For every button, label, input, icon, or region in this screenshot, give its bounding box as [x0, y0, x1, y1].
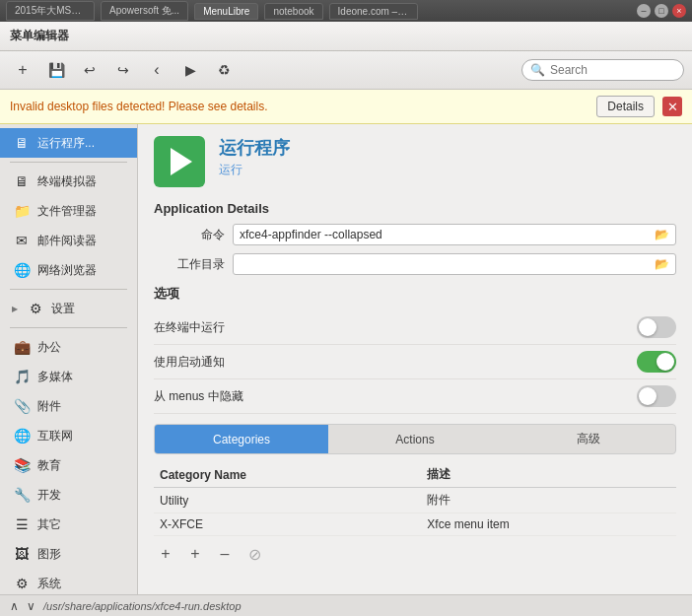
hide-from-menus-toggle[interactable] — [637, 385, 676, 407]
run-icon: 🖥 — [12, 133, 32, 153]
add-button[interactable]: + — [8, 55, 37, 85]
options-section: 选项 在终端中运行 使用启动通知 从 menus 中隐藏 — [154, 285, 676, 414]
category-name-cell: X-XFCE — [154, 513, 421, 536]
hide-from-menus-label: 从 menus 中隐藏 — [154, 388, 629, 405]
table-actions: + + – ⊘ — [154, 542, 676, 566]
education-icon: 📚 — [12, 455, 32, 475]
undo-button[interactable]: ↩ — [75, 55, 104, 85]
maximize-button[interactable]: □ — [655, 4, 668, 18]
sidebar-item-settings[interactable]: ⚙ 设置 — [0, 294, 137, 323]
table-row[interactable]: Utility 附件 — [154, 488, 676, 513]
remove-category-button[interactable]: – — [213, 542, 237, 566]
titlebar-tab-active[interactable]: MenuLibre — [194, 3, 258, 20]
app-item-subtitle: 运行 — [219, 162, 290, 178]
category-name-cell: Utility — [154, 488, 421, 513]
search-box: 🔍 — [521, 59, 684, 81]
sidebar-item-multimedia[interactable]: 🎵 多媒体 — [0, 362, 137, 391]
sidebar-item-office[interactable]: 💼 办公 — [0, 332, 137, 362]
app-title: 菜单编辑器 — [10, 28, 69, 44]
sidebar-item-label: 文件管理器 — [37, 203, 97, 220]
sidebar-item-system[interactable]: ⚙ 系统 — [0, 569, 137, 594]
table-row[interactable]: X-XFCE Xfce menu item — [154, 513, 676, 536]
sidebar-item-internet[interactable]: 🌐 互联网 — [0, 421, 137, 450]
workdir-row: 工作目录 📂 — [154, 253, 676, 275]
tab-actions[interactable]: Actions — [328, 425, 502, 453]
app-item-name: 运行程序 — [219, 136, 290, 160]
details-button[interactable]: Details — [596, 96, 655, 117]
search-input[interactable] — [550, 63, 678, 77]
close-button[interactable]: × — [672, 4, 686, 18]
workdir-label: 工作目录 — [154, 256, 225, 273]
col-category-name: Category Name — [154, 462, 421, 488]
development-icon: 🔧 — [12, 485, 32, 505]
sidebar-item-run[interactable]: 🖥 运行程序... — [0, 128, 137, 158]
sidebar-item-education[interactable]: 📚 教育 — [0, 450, 137, 480]
tabs-bar: Categories Actions 高级 — [154, 424, 676, 454]
col-description: 描述 — [421, 462, 676, 488]
titlebar-tab-2[interactable]: Apowersoft 免... — [101, 1, 188, 21]
sidebar-item-label: 终端模拟器 — [37, 173, 97, 190]
warning-text: Invalid desktop files detected! Please s… — [10, 100, 588, 113]
workdir-input-wrap: 📂 — [233, 253, 676, 275]
sidebar-item-label: 互联网 — [37, 428, 73, 445]
minimize-button[interactable]: – — [637, 4, 651, 18]
search-icon: 🔍 — [530, 63, 545, 77]
startup-notify-toggle[interactable] — [637, 351, 676, 373]
nav-up-button[interactable]: ∧ — [10, 599, 19, 613]
app-item-header: 运行程序 运行 — [154, 136, 676, 187]
command-input-wrap: 📂 — [233, 224, 676, 245]
titlebar-tab-1[interactable]: 2015年大MSE号... — [6, 1, 95, 21]
sidebar-item-label: 图形 — [37, 546, 61, 563]
status-bar: ∧ ∨ /usr/share/applications/xfce4-run.de… — [0, 594, 692, 616]
sidebar-item-graphics[interactable]: 🖼 图形 — [0, 539, 137, 569]
app-window: 菜单编辑器 + 💾 ↩ ↪ ‹ ▶ ♻ 🔍 Invalid desktop fi… — [0, 22, 692, 616]
mail-icon: ✉ — [12, 231, 32, 250]
add-category-button[interactable]: + — [154, 542, 177, 566]
startup-notify-label: 使用启动通知 — [154, 354, 629, 371]
add-category-button-2[interactable]: + — [183, 542, 207, 566]
other-icon: ☰ — [12, 514, 32, 534]
categories-table: Category Name 描述 Utility 附件 X-XFCE Xfce … — [154, 462, 676, 536]
sidebar-sep-1 — [10, 162, 127, 163]
sidebar-item-mail[interactable]: ✉ 邮件阅读器 — [0, 226, 137, 255]
delete-button[interactable]: ♻ — [209, 55, 239, 85]
filemanager-icon: 📁 — [12, 201, 32, 221]
sidebar-item-label: 邮件阅读器 — [37, 233, 97, 249]
sidebar-item-label: 设置 — [51, 301, 75, 317]
run-in-terminal-toggle[interactable] — [637, 316, 676, 338]
nav-down-button[interactable]: ∨ — [27, 599, 35, 613]
app-play-icon — [171, 148, 192, 175]
hide-from-menus-row: 从 menus 中隐藏 — [154, 379, 676, 414]
tab-categories[interactable]: Categories — [155, 425, 328, 453]
clear-category-button[interactable]: ⊘ — [242, 542, 266, 566]
command-field[interactable] — [240, 228, 651, 241]
sidebar-item-terminal[interactable]: 🖥 终端模拟器 — [0, 167, 137, 196]
status-path: /usr/share/applications/xfce4-run.deskto… — [43, 600, 242, 612]
browser-icon: 🌐 — [12, 260, 32, 280]
graphics-icon: 🖼 — [12, 544, 32, 564]
run-in-terminal-label: 在终端中运行 — [154, 319, 629, 336]
sidebar: 🖥 运行程序... 🖥 终端模拟器 📁 文件管理器 ✉ 邮件阅读器 🌐 网络浏览… — [0, 124, 138, 594]
sidebar-item-accessories[interactable]: 📎 附件 — [0, 391, 137, 421]
workdir-browse-icon[interactable]: 📂 — [655, 257, 669, 271]
app-item-info: 运行程序 运行 — [219, 136, 290, 178]
toolbar: + 💾 ↩ ↪ ‹ ▶ ♻ 🔍 — [0, 51, 692, 90]
titlebar-tab-4[interactable]: notebook — [264, 3, 322, 20]
separator-button[interactable]: ▶ — [175, 55, 205, 85]
command-row: 命令 📂 — [154, 224, 676, 245]
command-browse-icon[interactable]: 📂 — [655, 228, 669, 241]
sidebar-item-filemanager[interactable]: 📁 文件管理器 — [0, 196, 137, 226]
sidebar-item-label: 多媒体 — [37, 369, 73, 385]
workdir-field[interactable] — [240, 257, 651, 271]
sidebar-item-other[interactable]: ☰ 其它 — [0, 510, 137, 539]
sidebar-item-label: 系统 — [37, 576, 61, 592]
tab-advanced[interactable]: 高级 — [502, 425, 675, 453]
sidebar-item-browser[interactable]: 🌐 网络浏览器 — [0, 255, 137, 285]
sidebar-item-development[interactable]: 🔧 开发 — [0, 480, 137, 510]
titlebar-tab-5[interactable]: Ideone.com – Sh... — [329, 3, 418, 20]
warning-close-button[interactable]: ✕ — [662, 97, 682, 116]
back-button[interactable]: ‹ — [142, 55, 172, 85]
redo-button[interactable]: ↪ — [108, 55, 138, 85]
save-button[interactable]: 💾 — [41, 55, 71, 85]
sidebar-item-label: 开发 — [37, 487, 61, 504]
